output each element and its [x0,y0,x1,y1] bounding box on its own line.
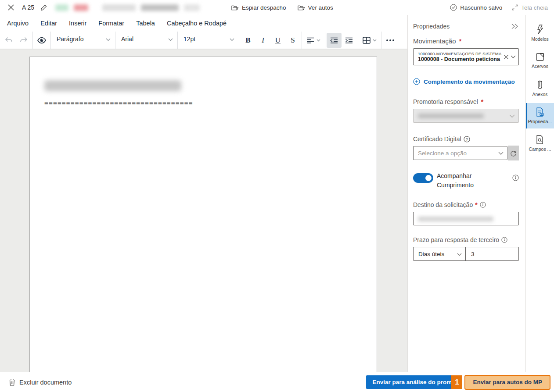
rail-tab-campos[interactable]: Campos ... [526,131,554,156]
chevron-down-icon [373,39,377,42]
footer-bar: Excluir documento Enviar para análise do… [0,372,554,392]
strikethrough-button[interactable]: S [285,33,300,48]
paragraph-style-select[interactable]: Parágrafo [51,32,115,46]
draft-saved-status: Rascunho salvo [450,4,502,11]
table-button[interactable] [360,33,380,48]
prazo-label: Prazo para resposta de terceiro [413,236,519,243]
edit-pencil-icon[interactable] [39,3,48,12]
clear-icon[interactable] [504,54,509,60]
enviar-analise-promotor-button[interactable]: Enviar para análise do promotor [366,375,453,389]
properties-title: Propriedades [413,23,450,30]
undo-icon [4,36,13,44]
align-button[interactable] [303,33,324,48]
outdent-button[interactable] [327,33,342,48]
redacted-text-light [184,4,200,11]
menu-formatar[interactable]: Formatar [98,20,124,27]
enviar-autos-mp-button[interactable]: Enviar para autos do MP [464,375,550,390]
ver-autos-button[interactable]: Ver autos [298,4,333,11]
rail-tab-propriedades[interactable]: Proprieda... [526,103,554,128]
folder-open-icon [298,4,305,11]
destino-input[interactable] [413,212,519,225]
excluir-documento-button[interactable]: Excluir documento [9,378,72,386]
top-bar: A 25 Espiar despacho Ver autos Rascunho … [0,0,554,15]
chevron-down-icon[interactable] [511,55,516,59]
redacted-heading [44,80,181,91]
chevron-down-icon [168,36,173,43]
properties-document-icon [536,107,544,117]
folder-open-icon [231,4,239,11]
menu-editar[interactable]: Editar [40,20,57,27]
menu-arquivo[interactable]: Arquivo [7,20,29,27]
preview-button[interactable] [34,33,49,48]
chevron-down-icon [317,39,320,42]
plus-circle-icon [413,78,420,85]
promotoria-label: Promotoria responsável* [413,98,519,105]
properties-panel: Propriedades Movimentação* 1000000-MOVIM… [407,15,525,372]
editor-column: Arquivo Editar Inserir Formatar Tabela C… [0,15,407,372]
font-family-select[interactable]: Arial [115,32,177,46]
app-window: A 25 Espiar despacho Ver autos Rascunho … [0,0,554,392]
acompanhar-toggle[interactable] [413,173,433,183]
underline-button[interactable]: U [270,33,285,48]
menu-cabecalho-rodape[interactable]: Cabeçalho e Rodapé [167,20,227,27]
align-left-icon [306,37,314,43]
chevron-down-icon [106,36,111,43]
paperclip-icon [537,80,543,89]
chevron-down-icon [457,251,462,257]
bold-button[interactable]: B [241,33,255,48]
chevron-down-icon [498,149,504,157]
chevron-down-icon [509,112,515,120]
main-area: Arquivo Editar Inserir Formatar Tabela C… [0,15,554,372]
redo-icon [19,36,28,44]
italic-button[interactable]: I [255,33,270,48]
redacted-text [102,4,136,11]
redacted-text-bold [141,4,179,11]
fullscreen-button[interactable]: Tela cheia [512,4,548,11]
undo-button[interactable] [1,33,16,48]
complemento-movimentacao-link[interactable]: Complemento da movimentação [413,78,519,85]
eye-icon [37,36,47,44]
document-code: A 25 [22,4,34,11]
more-options-button[interactable] [383,33,398,48]
document-search-icon [536,135,544,144]
rail-tab-modelos[interactable]: Modelos [526,20,554,46]
certificado-label: Certificado Digital ? [413,135,519,143]
right-rail: Modelos Acervos Anexos Proprieda... [525,15,554,372]
table-icon [363,37,371,44]
collapse-panel-button[interactable] [511,23,519,29]
document-page[interactable]: ================================== [29,57,377,372]
refresh-icon [510,150,517,157]
close-icon[interactable] [6,3,16,12]
collection-icon [536,53,544,61]
rail-tab-acervos[interactable]: Acervos [526,48,554,73]
refresh-button[interactable] [508,146,519,160]
certificado-select[interactable]: Selecione a opção [413,146,507,160]
redo-button[interactable] [16,33,31,48]
prazo-value-input[interactable]: 3 [466,247,518,260]
svg-text:?: ? [466,137,468,141]
chevron-down-icon [230,36,234,43]
movimentacao-combobox[interactable]: 1000000-MOVIMENTAÇÕES DE SISTEMA 1000008… [413,48,519,65]
menu-tabela[interactable]: Tabela [136,20,155,27]
redacted-value [418,114,484,118]
editor-toolbar: Parágrafo Arial 12pt B I U [0,32,407,49]
info-icon[interactable] [480,202,486,208]
check-circle-icon [450,4,457,11]
redacted-badge-red [74,4,88,11]
separator-line: ================================== [44,99,193,107]
outdent-icon [330,37,338,43]
prazo-unit-select[interactable]: Dias úteis [414,247,466,260]
espiar-despacho-button[interactable]: Espiar despacho [231,4,286,11]
info-icon[interactable] [501,237,507,243]
prazo-field: Dias úteis 3 [413,247,519,261]
font-size-select[interactable]: 12pt [178,32,239,46]
acompanhar-row: Acompanhar Cumprimento [413,171,519,190]
redacted-badges [55,4,200,11]
info-icon[interactable] [512,175,519,181]
help-icon[interactable]: ? [464,136,470,143]
menu-inserir[interactable]: Inserir [69,20,86,27]
ellipsis-icon [386,39,394,41]
indent-button[interactable] [342,33,356,48]
rail-tab-anexos[interactable]: Anexos [526,75,554,101]
lightning-icon [536,25,544,34]
